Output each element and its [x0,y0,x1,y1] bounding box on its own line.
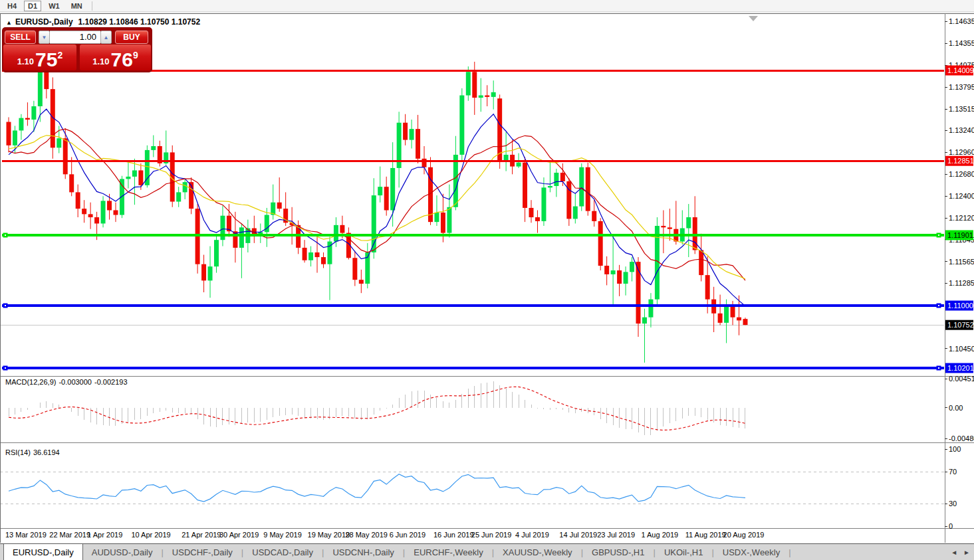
price-axis[interactable]: 1.146351.143551.140751.137951.135151.132… [945,17,974,530]
timeframe-button-h4[interactable]: H4 [3,1,21,11]
svg-text:22 Mar 2019: 22 Mar 2019 [49,531,90,539]
svg-text:1.11565: 1.11565 [949,258,974,266]
svg-text:30 Apr 2019: 30 Apr 2019 [219,531,259,539]
svg-text:100: 100 [949,445,961,453]
svg-text:28 May 2019: 28 May 2019 [345,531,388,539]
macd-panel[interactable] [9,381,745,435]
svg-text:9 May 2019: 9 May 2019 [263,531,301,539]
sell-price-prefix: 1.10 [17,56,34,66]
tab-ukoil-h1[interactable]: UKOil-,H1 [656,544,712,560]
tab-scroll-left-icon[interactable]: ◄ [951,549,957,556]
svg-text:1.10450: 1.10450 [949,345,974,353]
svg-text:1 Aug 2019: 1 Aug 2019 [641,531,678,539]
tab-eurusd-daily[interactable]: EURUSD-,Daily [3,544,83,560]
sell-button[interactable]: SELL [5,31,36,44]
tab-scroll-arrows: ◄ ► [951,544,970,560]
timeframe-button-mn[interactable]: MN [67,1,86,11]
tab-usdcnh-daily[interactable]: USDCNH-,Daily [324,544,402,560]
volume-decrease-button[interactable]: ▼ [39,31,50,44]
tab-usdchf-daily[interactable]: USDCHF-,Daily [164,544,241,560]
svg-text:1.14009: 1.14009 [947,66,974,74]
svg-text:1 Apr 2019: 1 Apr 2019 [87,531,122,539]
svg-text:1.12680: 1.12680 [949,170,974,178]
svg-text:21 Apr 2019: 21 Apr 2019 [182,531,221,539]
svg-text:1.14355: 1.14355 [949,39,974,47]
sell-price-display[interactable]: 1.10752 [3,45,76,70]
rsi-panel[interactable] [0,472,944,504]
svg-text:1.11285: 1.11285 [949,279,974,287]
tab-gbpusd-h1[interactable]: GBPUSD-,H1 [583,544,653,560]
mt4-terminal: H4D1W1MN 1.146351.143551.140751.137951.1… [0,0,974,560]
buy-price-prefix: 1.10 [92,56,109,66]
sell-price-big: 75 [35,51,57,68]
tab-audusd-daily[interactable]: AUDUSD-,Daily [83,544,162,560]
chart-window[interactable]: 1.146351.143551.140751.137951.135151.132… [0,13,974,543]
svg-text:1.12120: 1.12120 [949,214,974,222]
sell-price-sup: 2 [57,50,62,60]
tab-xauusd-weekly[interactable]: XAUUSD-,Weekly [494,544,581,560]
tab-usdx-weekly[interactable]: USDX-,Weekly [714,544,789,560]
volume-input[interactable] [50,31,100,44]
horizontal-level-lines[interactable] [2,70,944,371]
svg-text:1.14635: 1.14635 [949,17,974,25]
svg-text:6 Jun 2019: 6 Jun 2019 [390,531,426,539]
svg-text:1.12960: 1.12960 [949,148,974,156]
svg-text:0: 0 [949,522,953,530]
svg-text:19 May 2019: 19 May 2019 [308,531,350,539]
buy-price-big: 76 [111,51,133,68]
svg-text:0.00: 0.00 [949,404,963,412]
tab-separator: | [789,544,791,560]
svg-text:-0.004806: -0.004806 [949,434,974,442]
svg-text:1.13795: 1.13795 [949,83,974,91]
svg-text:1.11000: 1.11000 [947,302,973,310]
svg-text:16 Jun 2019: 16 Jun 2019 [433,531,474,539]
svg-text:4 Jul 2019: 4 Jul 2019 [515,531,549,539]
svg-text:23 Jul 2019: 23 Jul 2019 [597,531,635,539]
svg-text:70: 70 [949,468,957,476]
tab-eurchf-weekly[interactable]: EURCHF-,Weekly [405,544,492,560]
one-click-trading-panel: SELL ▼ ▲ BUY 1.10752 1.10769 [3,28,152,72]
svg-text:25 Jun 2019: 25 Jun 2019 [471,531,512,539]
candles-layer [7,34,748,363]
tab-usdcad-daily[interactable]: USDCAD-,Daily [243,544,322,560]
svg-text:1.13240: 1.13240 [949,126,974,134]
svg-text:10 Apr 2019: 10 Apr 2019 [131,531,170,539]
buy-button[interactable]: BUY [115,31,148,44]
chart-canvas[interactable]: 1.146351.143551.140751.137951.135151.132… [0,13,974,543]
timeframe-button-d1[interactable]: D1 [24,1,41,11]
svg-text:1.10201: 1.10201 [947,364,974,372]
svg-text:20 Aug 2019: 20 Aug 2019 [723,531,765,539]
buy-price-display[interactable]: 1.10769 [80,45,151,70]
svg-text:1.11901: 1.11901 [947,231,973,239]
svg-text:30: 30 [949,500,957,508]
toolbar-separator [92,1,92,11]
timeframe-toolbar: H4D1W1MN [0,0,974,12]
moving-averages-layer [9,109,745,306]
svg-text:1.12851: 1.12851 [947,157,974,165]
timeframe-button-w1[interactable]: W1 [45,1,64,11]
svg-text:1.12400: 1.12400 [949,192,974,200]
buy-price-sup: 9 [133,50,138,60]
chart-shift-marker-icon[interactable] [749,16,758,21]
tab-scroll-right-icon[interactable]: ► [963,549,970,556]
svg-text:0.004517: 0.004517 [949,375,974,383]
date-axis[interactable]: 13 Mar 201922 Mar 20191 Apr 201910 Apr 2… [5,531,764,539]
svg-text:11 Aug 2019: 11 Aug 2019 [685,531,726,539]
chart-tabs-bar: EURUSD-,DailyAUDUSD-,Daily|USDCHF-,Daily… [0,543,974,560]
svg-text:13 Mar 2019: 13 Mar 2019 [5,531,47,539]
volume-increase-button[interactable]: ▲ [100,31,112,44]
svg-text:14 Jul 2019: 14 Jul 2019 [559,531,597,539]
svg-text:1.13515: 1.13515 [949,105,974,113]
svg-text:1.10752: 1.10752 [947,321,974,329]
